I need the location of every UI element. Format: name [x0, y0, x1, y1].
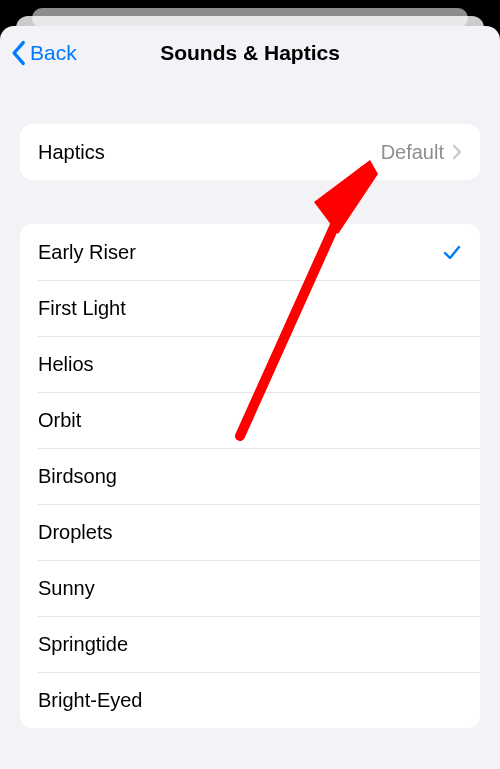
sound-option-row[interactable]: Orbit [20, 392, 480, 448]
sound-option-label: Helios [38, 353, 462, 376]
content-area: Haptics Default Early RiserFirst LightHe… [0, 124, 500, 728]
sound-option-row[interactable]: Bright-Eyed [20, 672, 480, 728]
sound-option-row[interactable]: Helios [20, 336, 480, 392]
haptics-value: Default [381, 141, 444, 164]
sound-option-row[interactable]: Sunny [20, 560, 480, 616]
sound-option-label: Orbit [38, 409, 462, 432]
chevron-right-icon [452, 144, 462, 160]
chevron-left-icon [10, 40, 26, 66]
sound-option-row[interactable]: Springtide [20, 616, 480, 672]
sound-option-label: Birdsong [38, 465, 462, 488]
navigation-bar: Back Sounds & Haptics [0, 26, 500, 80]
sound-option-label: First Light [38, 297, 462, 320]
sound-option-label: Springtide [38, 633, 462, 656]
checkmark-icon [442, 242, 462, 262]
sound-option-label: Droplets [38, 521, 462, 544]
sound-option-label: Early Riser [38, 241, 442, 264]
haptics-row[interactable]: Haptics Default [20, 124, 480, 180]
back-label: Back [30, 41, 77, 65]
back-button[interactable]: Back [10, 26, 77, 80]
page-title: Sounds & Haptics [160, 41, 340, 65]
settings-sheet: Back Sounds & Haptics Haptics Default Ea… [0, 26, 500, 769]
sound-option-row[interactable]: Early Riser [20, 224, 480, 280]
sound-option-row[interactable]: Birdsong [20, 448, 480, 504]
sounds-list: Early RiserFirst LightHeliosOrbitBirdson… [20, 224, 480, 728]
haptics-group: Haptics Default [20, 124, 480, 180]
haptics-label: Haptics [38, 141, 381, 164]
sound-option-label: Sunny [38, 577, 462, 600]
sound-option-label: Bright-Eyed [38, 689, 462, 712]
sound-option-row[interactable]: First Light [20, 280, 480, 336]
sound-option-row[interactable]: Droplets [20, 504, 480, 560]
